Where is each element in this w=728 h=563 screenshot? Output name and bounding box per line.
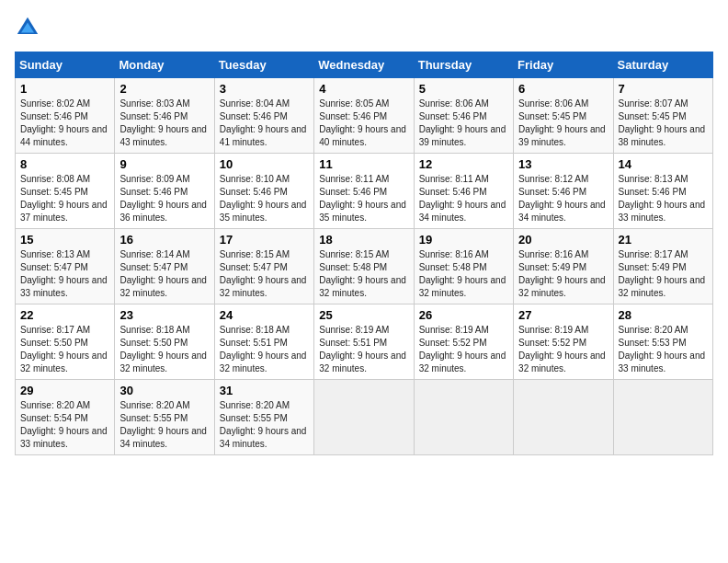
day-header-tuesday: Tuesday — [214, 52, 313, 78]
day-number: 3 — [220, 82, 309, 96]
calendar-cell: 10 Sunrise: 8:10 AMSunset: 5:46 PMDaylig… — [214, 154, 313, 229]
day-header-wednesday: Wednesday — [314, 52, 414, 78]
day-number: 4 — [319, 82, 408, 96]
calendar-cell: 12 Sunrise: 8:11 AMSunset: 5:46 PMDaylig… — [414, 154, 513, 229]
day-info: Sunrise: 8:19 AMSunset: 5:52 PMDaylight:… — [518, 325, 606, 373]
calendar-cell: 30 Sunrise: 8:20 AMSunset: 5:55 PMDaylig… — [115, 380, 214, 455]
calendar-cell: 18 Sunrise: 8:15 AMSunset: 5:48 PMDaylig… — [314, 229, 414, 304]
calendar-cell: 8 Sunrise: 8:08 AMSunset: 5:45 PMDayligh… — [16, 154, 115, 229]
day-number: 5 — [419, 82, 508, 96]
calendar-cell: 5 Sunrise: 8:06 AMSunset: 5:46 PMDayligh… — [414, 78, 513, 154]
calendar-cell — [314, 380, 414, 455]
calendar-week-row: 15 Sunrise: 8:13 AMSunset: 5:47 PMDaylig… — [16, 229, 713, 304]
day-number: 2 — [119, 82, 209, 96]
logo-icon — [15, 15, 40, 40]
day-number: 27 — [518, 308, 608, 322]
calendar-header-row: SundayMondayTuesdayWednesdayThursdayFrid… — [16, 52, 713, 78]
day-header-saturday: Saturday — [613, 52, 712, 78]
calendar-cell: 2 Sunrise: 8:03 AMSunset: 5:46 PMDayligh… — [115, 78, 214, 154]
day-info: Sunrise: 8:13 AMSunset: 5:46 PMDaylight:… — [619, 174, 706, 223]
day-info: Sunrise: 8:06 AMSunset: 5:46 PMDaylight:… — [419, 98, 506, 147]
day-number: 10 — [220, 157, 309, 171]
day-info: Sunrise: 8:08 AMSunset: 5:45 PMDaylight:… — [20, 174, 108, 223]
calendar-cell: 7 Sunrise: 8:07 AMSunset: 5:45 PMDayligh… — [613, 78, 712, 154]
calendar-cell: 27 Sunrise: 8:19 AMSunset: 5:52 PMDaylig… — [514, 304, 613, 380]
day-number: 24 — [220, 308, 309, 322]
calendar-week-row: 22 Sunrise: 8:17 AMSunset: 5:50 PMDaylig… — [16, 304, 713, 380]
calendar-cell: 28 Sunrise: 8:20 AMSunset: 5:53 PMDaylig… — [613, 304, 712, 380]
day-info: Sunrise: 8:17 AMSunset: 5:50 PMDaylight:… — [20, 325, 108, 373]
day-info: Sunrise: 8:11 AMSunset: 5:46 PMDaylight:… — [319, 174, 406, 223]
day-info: Sunrise: 8:17 AMSunset: 5:49 PMDaylight:… — [619, 249, 706, 298]
day-number: 20 — [518, 233, 608, 247]
day-number: 7 — [619, 82, 708, 96]
calendar-cell: 6 Sunrise: 8:06 AMSunset: 5:45 PMDayligh… — [514, 78, 613, 154]
calendar-cell: 15 Sunrise: 8:13 AMSunset: 5:47 PMDaylig… — [16, 229, 115, 304]
page-header — [15, 15, 713, 40]
calendar-cell: 29 Sunrise: 8:20 AMSunset: 5:54 PMDaylig… — [16, 380, 115, 455]
day-number: 23 — [119, 308, 209, 322]
day-info: Sunrise: 8:20 AMSunset: 5:55 PMDaylight:… — [119, 400, 207, 449]
day-number: 31 — [220, 384, 309, 397]
day-info: Sunrise: 8:02 AMSunset: 5:46 PMDaylight:… — [20, 98, 108, 147]
day-number: 13 — [518, 157, 608, 171]
calendar-cell — [514, 380, 613, 455]
day-number: 1 — [20, 82, 109, 96]
calendar-cell: 22 Sunrise: 8:17 AMSunset: 5:50 PMDaylig… — [16, 304, 115, 380]
day-header-friday: Friday — [514, 52, 613, 78]
day-number: 15 — [20, 233, 109, 247]
day-number: 17 — [220, 233, 309, 247]
day-number: 28 — [619, 308, 708, 322]
day-info: Sunrise: 8:13 AMSunset: 5:47 PMDaylight:… — [20, 249, 108, 298]
day-info: Sunrise: 8:03 AMSunset: 5:46 PMDaylight:… — [119, 98, 207, 147]
day-number: 30 — [119, 384, 209, 397]
calendar-cell: 17 Sunrise: 8:15 AMSunset: 5:47 PMDaylig… — [214, 229, 313, 304]
calendar-cell — [414, 380, 513, 455]
calendar-cell: 21 Sunrise: 8:17 AMSunset: 5:49 PMDaylig… — [613, 229, 712, 304]
day-info: Sunrise: 8:15 AMSunset: 5:47 PMDaylight:… — [220, 249, 307, 298]
day-number: 26 — [419, 308, 508, 322]
calendar-cell: 4 Sunrise: 8:05 AMSunset: 5:46 PMDayligh… — [314, 78, 414, 154]
day-info: Sunrise: 8:11 AMSunset: 5:46 PMDaylight:… — [419, 174, 506, 223]
calendar-cell: 19 Sunrise: 8:16 AMSunset: 5:48 PMDaylig… — [414, 229, 513, 304]
day-info: Sunrise: 8:18 AMSunset: 5:51 PMDaylight:… — [220, 325, 307, 373]
day-info: Sunrise: 8:04 AMSunset: 5:46 PMDaylight:… — [220, 98, 307, 147]
day-info: Sunrise: 8:19 AMSunset: 5:52 PMDaylight:… — [419, 325, 506, 373]
day-number: 14 — [619, 157, 708, 171]
day-number: 9 — [119, 157, 209, 171]
day-number: 19 — [419, 233, 508, 247]
day-info: Sunrise: 8:16 AMSunset: 5:48 PMDaylight:… — [419, 249, 506, 298]
day-number: 12 — [419, 157, 508, 171]
day-info: Sunrise: 8:20 AMSunset: 5:53 PMDaylight:… — [619, 325, 706, 373]
calendar-week-row: 8 Sunrise: 8:08 AMSunset: 5:45 PMDayligh… — [16, 154, 713, 229]
day-info: Sunrise: 8:20 AMSunset: 5:54 PMDaylight:… — [20, 400, 108, 449]
day-number: 6 — [518, 82, 608, 96]
calendar-cell: 24 Sunrise: 8:18 AMSunset: 5:51 PMDaylig… — [214, 304, 313, 380]
day-header-monday: Monday — [115, 52, 214, 78]
calendar-cell: 16 Sunrise: 8:14 AMSunset: 5:47 PMDaylig… — [115, 229, 214, 304]
day-info: Sunrise: 8:19 AMSunset: 5:51 PMDaylight:… — [319, 325, 406, 373]
day-info: Sunrise: 8:20 AMSunset: 5:55 PMDaylight:… — [220, 400, 307, 449]
day-info: Sunrise: 8:10 AMSunset: 5:46 PMDaylight:… — [220, 174, 307, 223]
day-info: Sunrise: 8:18 AMSunset: 5:50 PMDaylight:… — [119, 325, 207, 373]
day-info: Sunrise: 8:06 AMSunset: 5:45 PMDaylight:… — [518, 98, 606, 147]
day-header-sunday: Sunday — [16, 52, 115, 78]
calendar-cell: 31 Sunrise: 8:20 AMSunset: 5:55 PMDaylig… — [214, 380, 313, 455]
day-info: Sunrise: 8:12 AMSunset: 5:46 PMDaylight:… — [518, 174, 606, 223]
calendar-cell: 11 Sunrise: 8:11 AMSunset: 5:46 PMDaylig… — [314, 154, 414, 229]
calendar-cell: 13 Sunrise: 8:12 AMSunset: 5:46 PMDaylig… — [514, 154, 613, 229]
day-info: Sunrise: 8:07 AMSunset: 5:45 PMDaylight:… — [619, 98, 706, 147]
day-header-thursday: Thursday — [414, 52, 513, 78]
day-number: 22 — [20, 308, 109, 322]
calendar-cell: 23 Sunrise: 8:18 AMSunset: 5:50 PMDaylig… — [115, 304, 214, 380]
calendar-week-row: 1 Sunrise: 8:02 AMSunset: 5:46 PMDayligh… — [16, 78, 713, 154]
day-info: Sunrise: 8:16 AMSunset: 5:49 PMDaylight:… — [518, 249, 606, 298]
calendar-cell: 14 Sunrise: 8:13 AMSunset: 5:46 PMDaylig… — [613, 154, 712, 229]
day-number: 29 — [20, 384, 109, 397]
day-info: Sunrise: 8:09 AMSunset: 5:46 PMDaylight:… — [119, 174, 207, 223]
day-number: 21 — [619, 233, 708, 247]
day-number: 8 — [20, 157, 109, 171]
calendar-cell: 20 Sunrise: 8:16 AMSunset: 5:49 PMDaylig… — [514, 229, 613, 304]
day-number: 11 — [319, 157, 408, 171]
calendar-cell: 26 Sunrise: 8:19 AMSunset: 5:52 PMDaylig… — [414, 304, 513, 380]
